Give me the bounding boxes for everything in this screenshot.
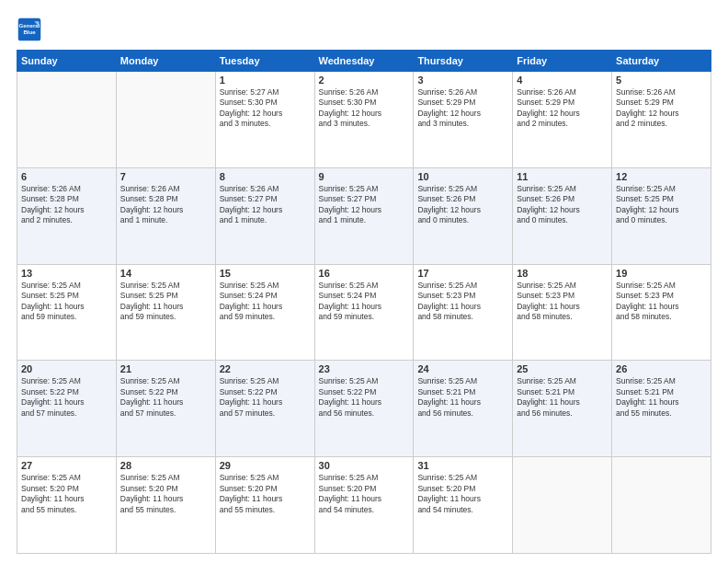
day-info: Sunrise: 5:25 AM Sunset: 5:27 PM Dayligh… [319, 184, 410, 226]
day-info: Sunrise: 5:25 AM Sunset: 5:20 PM Dayligh… [220, 473, 311, 515]
day-info: Sunrise: 5:26 AM Sunset: 5:27 PM Dayligh… [220, 184, 311, 226]
page: General Blue SundayMondayTuesdayWednesda… [0, 0, 728, 563]
day-info: Sunrise: 5:25 AM Sunset: 5:26 PM Dayligh… [417, 184, 508, 226]
day-number: 23 [319, 363, 410, 374]
day-info: Sunrise: 5:25 AM Sunset: 5:21 PM Dayligh… [417, 376, 508, 419]
day-number: 9 [319, 171, 410, 182]
calendar-cell: 28Sunrise: 5:25 AM Sunset: 5:20 PM Dayli… [116, 457, 215, 554]
day-number: 29 [220, 460, 311, 471]
day-info: Sunrise: 5:25 AM Sunset: 5:22 PM Dayligh… [21, 376, 112, 419]
day-info: Sunrise: 5:25 AM Sunset: 5:20 PM Dayligh… [319, 473, 410, 515]
weekday-header: Sunday [17, 51, 117, 72]
day-number: 10 [417, 171, 508, 182]
day-number: 15 [220, 268, 311, 279]
calendar-cell: 8Sunrise: 5:26 AM Sunset: 5:27 PM Daylig… [215, 167, 314, 264]
calendar-cell: 26Sunrise: 5:25 AM Sunset: 5:21 PM Dayli… [612, 361, 711, 457]
day-number: 20 [21, 363, 112, 374]
calendar-cell: 24Sunrise: 5:25 AM Sunset: 5:21 PM Dayli… [414, 361, 513, 457]
day-info: Sunrise: 5:25 AM Sunset: 5:22 PM Dayligh… [220, 376, 311, 419]
calendar-cell: 15Sunrise: 5:25 AM Sunset: 5:24 PM Dayli… [215, 264, 314, 361]
header: General Blue [17, 17, 711, 42]
logo-icon: General Blue [17, 17, 42, 42]
day-info: Sunrise: 5:25 AM Sunset: 5:25 PM Dayligh… [616, 184, 707, 226]
calendar-cell: 12Sunrise: 5:25 AM Sunset: 5:25 PM Dayli… [612, 167, 711, 264]
day-number: 31 [417, 460, 508, 471]
day-number: 18 [517, 268, 608, 279]
day-number: 22 [220, 363, 311, 374]
weekday-header: Tuesday [215, 51, 314, 72]
calendar-cell: 2Sunrise: 5:26 AM Sunset: 5:30 PM Daylig… [314, 72, 414, 168]
weekday-header: Saturday [612, 51, 711, 72]
day-info: Sunrise: 5:25 AM Sunset: 5:21 PM Dayligh… [616, 376, 707, 419]
weekday-header: Monday [116, 51, 215, 72]
day-number: 19 [616, 268, 707, 279]
day-number: 14 [120, 268, 211, 279]
day-number: 4 [517, 75, 608, 86]
day-info: Sunrise: 5:26 AM Sunset: 5:28 PM Dayligh… [120, 184, 211, 226]
weekday-header: Wednesday [314, 51, 414, 72]
calendar-week-row: 1Sunrise: 5:27 AM Sunset: 5:30 PM Daylig… [17, 72, 711, 168]
day-info: Sunrise: 5:25 AM Sunset: 5:22 PM Dayligh… [120, 376, 211, 419]
day-number: 28 [120, 460, 211, 471]
calendar-cell: 4Sunrise: 5:26 AM Sunset: 5:29 PM Daylig… [513, 72, 612, 168]
day-info: Sunrise: 5:25 AM Sunset: 5:24 PM Dayligh… [319, 281, 410, 323]
day-number: 21 [120, 363, 211, 374]
calendar-cell: 30Sunrise: 5:25 AM Sunset: 5:20 PM Dayli… [314, 457, 414, 554]
calendar-cell: 21Sunrise: 5:25 AM Sunset: 5:22 PM Dayli… [116, 361, 215, 457]
svg-text:Blue: Blue [23, 29, 36, 35]
day-number: 8 [220, 171, 311, 182]
day-info: Sunrise: 5:25 AM Sunset: 5:23 PM Dayligh… [517, 281, 608, 323]
calendar-cell: 1Sunrise: 5:27 AM Sunset: 5:30 PM Daylig… [215, 72, 314, 168]
calendar-cell: 13Sunrise: 5:25 AM Sunset: 5:25 PM Dayli… [17, 264, 117, 361]
day-number: 16 [319, 268, 410, 279]
calendar-week-row: 20Sunrise: 5:25 AM Sunset: 5:22 PM Dayli… [17, 361, 711, 457]
calendar-cell: 19Sunrise: 5:25 AM Sunset: 5:23 PM Dayli… [612, 264, 711, 361]
day-number: 11 [517, 171, 608, 182]
logo: General Blue [17, 17, 46, 42]
calendar-cell: 16Sunrise: 5:25 AM Sunset: 5:24 PM Dayli… [314, 264, 414, 361]
day-number: 13 [21, 268, 112, 279]
calendar-cell: 9Sunrise: 5:25 AM Sunset: 5:27 PM Daylig… [314, 167, 414, 264]
calendar-header-row: SundayMondayTuesdayWednesdayThursdayFrid… [17, 51, 711, 72]
calendar-cell: 18Sunrise: 5:25 AM Sunset: 5:23 PM Dayli… [513, 264, 612, 361]
day-number: 17 [417, 268, 508, 279]
day-info: Sunrise: 5:26 AM Sunset: 5:30 PM Dayligh… [319, 87, 410, 130]
day-info: Sunrise: 5:25 AM Sunset: 5:25 PM Dayligh… [120, 281, 211, 323]
day-info: Sunrise: 5:25 AM Sunset: 5:20 PM Dayligh… [21, 473, 112, 515]
calendar-cell: 3Sunrise: 5:26 AM Sunset: 5:29 PM Daylig… [414, 72, 513, 168]
day-number: 7 [120, 171, 211, 182]
day-number: 24 [417, 363, 508, 374]
calendar-cell [513, 457, 612, 554]
day-number: 26 [616, 363, 707, 374]
weekday-header: Thursday [414, 51, 513, 72]
calendar-cell: 14Sunrise: 5:25 AM Sunset: 5:25 PM Dayli… [116, 264, 215, 361]
calendar-cell: 5Sunrise: 5:26 AM Sunset: 5:29 PM Daylig… [612, 72, 711, 168]
day-number: 5 [616, 75, 707, 86]
day-info: Sunrise: 5:25 AM Sunset: 5:26 PM Dayligh… [517, 184, 608, 226]
day-number: 12 [616, 171, 707, 182]
day-number: 30 [319, 460, 410, 471]
day-info: Sunrise: 5:26 AM Sunset: 5:29 PM Dayligh… [517, 87, 608, 130]
day-info: Sunrise: 5:27 AM Sunset: 5:30 PM Dayligh… [220, 87, 311, 130]
calendar-cell: 7Sunrise: 5:26 AM Sunset: 5:28 PM Daylig… [116, 167, 215, 264]
day-number: 25 [517, 363, 608, 374]
day-info: Sunrise: 5:25 AM Sunset: 5:22 PM Dayligh… [319, 376, 410, 419]
calendar-week-row: 6Sunrise: 5:26 AM Sunset: 5:28 PM Daylig… [17, 167, 711, 264]
calendar-cell: 17Sunrise: 5:25 AM Sunset: 5:23 PM Dayli… [414, 264, 513, 361]
day-info: Sunrise: 5:25 AM Sunset: 5:23 PM Dayligh… [417, 281, 508, 323]
day-number: 2 [319, 75, 410, 86]
day-number: 3 [417, 75, 508, 86]
calendar-cell: 27Sunrise: 5:25 AM Sunset: 5:20 PM Dayli… [17, 457, 117, 554]
day-info: Sunrise: 5:25 AM Sunset: 5:20 PM Dayligh… [120, 473, 211, 515]
calendar-cell [612, 457, 711, 554]
day-number: 27 [21, 460, 112, 471]
calendar-cell [116, 72, 215, 168]
day-number: 1 [220, 75, 311, 86]
day-info: Sunrise: 5:25 AM Sunset: 5:20 PM Dayligh… [417, 473, 508, 515]
calendar-week-row: 13Sunrise: 5:25 AM Sunset: 5:25 PM Dayli… [17, 264, 711, 361]
day-info: Sunrise: 5:26 AM Sunset: 5:29 PM Dayligh… [417, 87, 508, 130]
calendar-cell: 6Sunrise: 5:26 AM Sunset: 5:28 PM Daylig… [17, 167, 117, 264]
day-info: Sunrise: 5:26 AM Sunset: 5:29 PM Dayligh… [616, 87, 707, 130]
day-number: 6 [21, 171, 112, 182]
day-info: Sunrise: 5:25 AM Sunset: 5:24 PM Dayligh… [220, 281, 311, 323]
